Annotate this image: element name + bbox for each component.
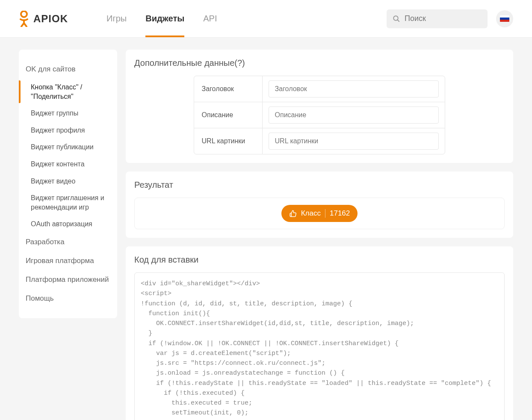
ok-logo-icon	[19, 11, 29, 27]
logo[interactable]: APIOK	[19, 11, 68, 27]
language-selector[interactable]	[496, 10, 513, 27]
sidebar-item-oauth[interactable]: OAuth авторизация	[19, 216, 117, 233]
klass-count: 17162	[330, 209, 350, 218]
search-icon	[393, 15, 400, 23]
klass-label: Класс	[301, 209, 321, 218]
label-title: Заголовок	[194, 76, 263, 102]
panel-title-embed: Код для вставки	[134, 255, 505, 265]
header-right	[387, 9, 513, 28]
cell-description	[263, 102, 445, 128]
content-area: Дополнительные данные(?) Заголовок Описа…	[126, 50, 513, 420]
panel-title-additional: Дополнительные данные(?)	[134, 58, 505, 68]
label-image-url: URL картинки	[194, 128, 263, 154]
svg-point-0	[21, 11, 27, 17]
input-description[interactable]	[269, 106, 439, 124]
thumbs-up-icon	[289, 210, 297, 217]
svg-point-1	[393, 16, 398, 21]
form-table: Заголовок Описание URL картинки	[194, 76, 446, 154]
panel-embed-code: Код для вставки <div id="ok_shareWidget"…	[126, 246, 513, 420]
sidebar-item-publication-widget[interactable]: Виджет публикации	[19, 139, 117, 156]
sidebar-section-dev[interactable]: Разработка	[19, 233, 117, 251]
form-row-image-url: URL картинки	[194, 128, 445, 154]
cell-title	[263, 76, 445, 102]
main-content: OK для сайтов Кнопка "Класс" / "Поделить…	[0, 38, 532, 420]
header: APIOK Игры Виджеты API	[0, 0, 532, 38]
cell-image-url	[263, 128, 445, 154]
sidebar-section-app[interactable]: Платформа приложений	[19, 270, 117, 289]
sidebar-item-profile-widget[interactable]: Виджет профиля	[19, 122, 117, 139]
sidebar-section-help[interactable]: Помощь	[19, 289, 117, 308]
klass-button[interactable]: Класс 17162	[281, 205, 358, 222]
form-row-description: Описание	[194, 102, 445, 128]
input-title[interactable]	[269, 80, 439, 98]
sidebar: OK для сайтов Кнопка "Класс" / "Поделить…	[19, 50, 117, 318]
main-nav: Игры Виджеты API	[106, 0, 217, 37]
panel-additional-data: Дополнительные данные(?) Заголовок Описа…	[126, 50, 513, 163]
nav-widgets[interactable]: Виджеты	[145, 0, 184, 37]
sidebar-item-klass-button[interactable]: Кнопка "Класс" / "Поделиться"	[19, 79, 117, 105]
nav-api[interactable]: API	[203, 0, 217, 37]
result-preview: Класс 17162	[134, 198, 505, 229]
input-image-url[interactable]	[269, 133, 439, 150]
sidebar-section-ok[interactable]: OK для сайтов	[19, 60, 117, 79]
sidebar-item-invite-widget[interactable]: Виджет приглашения и рекомендации игр	[19, 189, 117, 216]
panel-result: Результат Класс 17162	[126, 172, 513, 238]
label-description: Описание	[194, 102, 263, 128]
sidebar-item-video-widget[interactable]: Виджет видео	[19, 173, 117, 190]
logo-text: APIOK	[33, 13, 68, 25]
sidebar-section-game[interactable]: Игровая платформа	[19, 251, 117, 270]
sidebar-item-group-widget[interactable]: Виджет группы	[19, 105, 117, 122]
nav-games[interactable]: Игры	[106, 0, 127, 37]
divider	[325, 209, 325, 218]
embed-code-textarea[interactable]: <div id="ok_shareWidget"></div> <script>…	[134, 272, 505, 420]
svg-line-2	[397, 20, 399, 22]
sidebar-item-content-widget[interactable]: Виджет контента	[19, 156, 117, 173]
panel-title-result: Результат	[134, 180, 505, 190]
form-row-title: Заголовок	[194, 76, 445, 102]
search-box[interactable]	[387, 9, 488, 28]
search-input[interactable]	[405, 14, 482, 23]
flag-russia-icon	[500, 15, 509, 22]
